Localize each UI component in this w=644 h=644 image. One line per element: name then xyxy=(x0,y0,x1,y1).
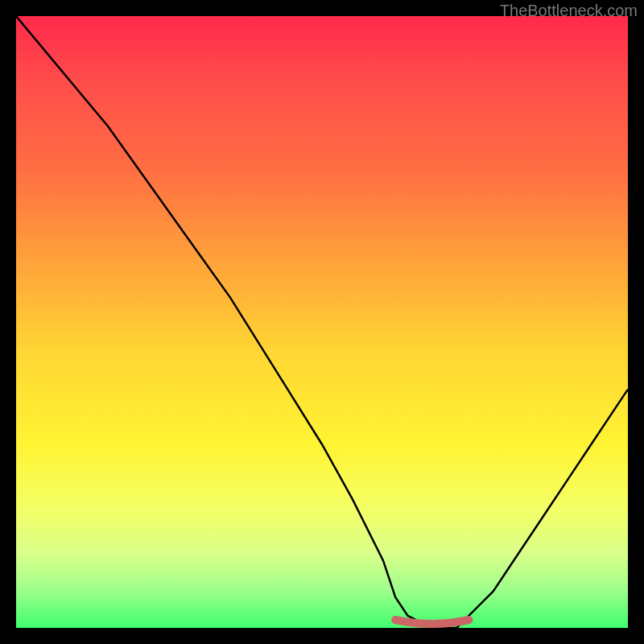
chart-frame: TheBottleneck.com xyxy=(0,0,644,644)
plot-gradient-background xyxy=(16,16,628,628)
watermark-text: TheBottleneck.com xyxy=(500,2,638,20)
